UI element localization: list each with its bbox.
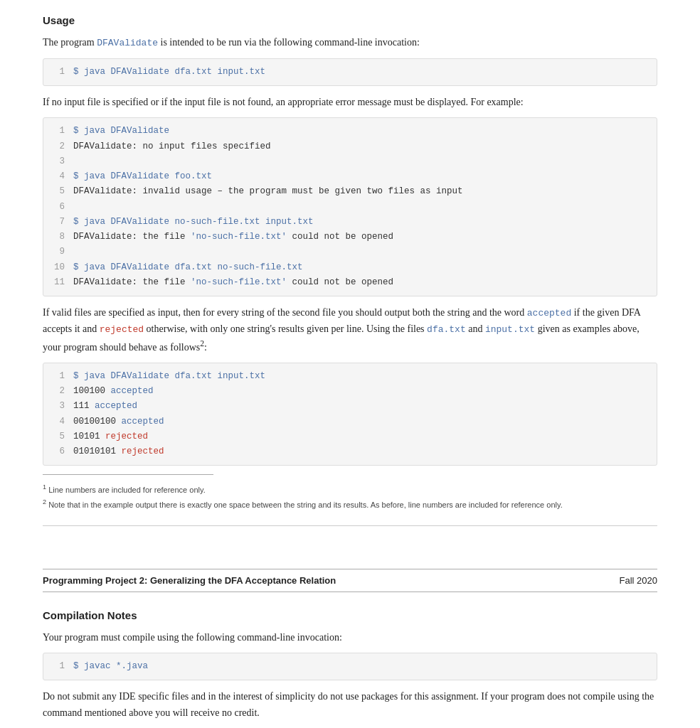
accepted-word-inline: accepted	[527, 308, 571, 318]
error-line-2: 2 DFAValidate: no input files specified	[52, 139, 648, 154]
error-line-7: 7 $ java DFAValidate no-such-file.txt in…	[52, 215, 648, 230]
rejected-word-inline: rejected	[100, 324, 144, 335]
error-line-3: 3	[52, 154, 648, 169]
valid-files-p3: otherwise, with only one string's result…	[147, 323, 425, 334]
output-code-block: 1 $ java DFAValidate dfa.txt input.txt 2…	[43, 363, 657, 466]
out-line-3: 3 111 accepted	[52, 399, 648, 414]
out-line-5: 5 10101 rejected	[52, 429, 648, 444]
compilation-intro: Your program must compile using the foll…	[43, 630, 657, 646]
section-divider	[43, 525, 657, 526]
compilation-note: Do not submit any IDE specific files and…	[43, 689, 657, 721]
spacer	[43, 540, 657, 569]
valid-files-p5: :	[204, 341, 207, 352]
intro-text: The program	[43, 37, 95, 48]
footer-bar: Programming Project 2: Generalizing the …	[43, 569, 657, 592]
usage-section: Usage The program DFAValidate is intende…	[43, 14, 657, 511]
footnote-2: 2 Note that in the example output there …	[43, 497, 657, 511]
compilation-title: Compilation Notes	[43, 609, 657, 621]
semester: Fall 2020	[620, 575, 657, 586]
compilation-section: Compilation Notes Your program must comp…	[43, 609, 657, 721]
error-line-9: 9	[52, 245, 648, 259]
footnote-1: 1 Line numbers are included for referenc…	[43, 482, 657, 496]
error-line-11: 11 DFAValidate: the file 'no-such-file.t…	[52, 275, 648, 290]
project-title: Programming Project 2: Generalizing the …	[43, 575, 336, 586]
valid-files-p1: If valid files are specified as input, t…	[43, 307, 524, 318]
error-code-block: 1 $ java DFAValidate 2 DFAValidate: no i…	[43, 117, 657, 296]
input-txt-inline: input.txt	[485, 324, 535, 335]
error-line-5: 5 DFAValidate: invalid usage – the progr…	[52, 184, 648, 199]
line-num-1: 1	[52, 65, 65, 80]
footnote-1-sup: 1	[43, 483, 46, 491]
out-line-1: 1 $ java DFAValidate dfa.txt input.txt	[52, 369, 648, 384]
out-line-6: 6 01010101 rejected	[52, 444, 648, 459]
program-name-inline: DFAValidate	[97, 38, 158, 48]
error-line-1: 1 $ java DFAValidate	[52, 124, 648, 139]
and-word: and	[468, 323, 482, 334]
compile-line-1: 1 $ javac *.java	[52, 659, 648, 674]
error-line-10: 10 $ java DFAValidate dfa.txt no-such-fi…	[52, 260, 648, 275]
error-line-8: 8 DFAValidate: the file 'no-such-file.tx…	[52, 230, 648, 245]
intro-rest-text: is intended to be run via the following …	[161, 37, 420, 48]
valid-files-para: If valid files are specified as input, t…	[43, 305, 657, 355]
compile-code-block: 1 $ javac *.java	[43, 653, 657, 680]
single-invocation-block: 1 $ java DFAValidate dfa.txt input.txt	[43, 58, 657, 86]
dfa-txt-inline: dfa.txt	[427, 324, 466, 335]
line-content-1: $ java DFAValidate dfa.txt input.txt	[73, 65, 265, 80]
code-line-1: 1 $ java DFAValidate dfa.txt input.txt	[52, 65, 648, 80]
error-line-6: 6	[52, 200, 648, 215]
footnotes: 1 Line numbers are included for referenc…	[43, 482, 657, 511]
usage-title: Usage	[43, 14, 657, 26]
footnote-divider	[43, 474, 213, 475]
error-intro-para: If no input file is specified or if the …	[43, 95, 657, 110]
out-line-4: 4 00100100 accepted	[52, 414, 648, 429]
usage-intro-para: The program DFAValidate is intended to b…	[43, 35, 657, 51]
error-line-4: 4 $ java DFAValidate foo.txt	[52, 169, 648, 184]
out-line-2: 2 100100 accepted	[52, 384, 648, 399]
footnote-2-sup: 2	[43, 498, 46, 505]
